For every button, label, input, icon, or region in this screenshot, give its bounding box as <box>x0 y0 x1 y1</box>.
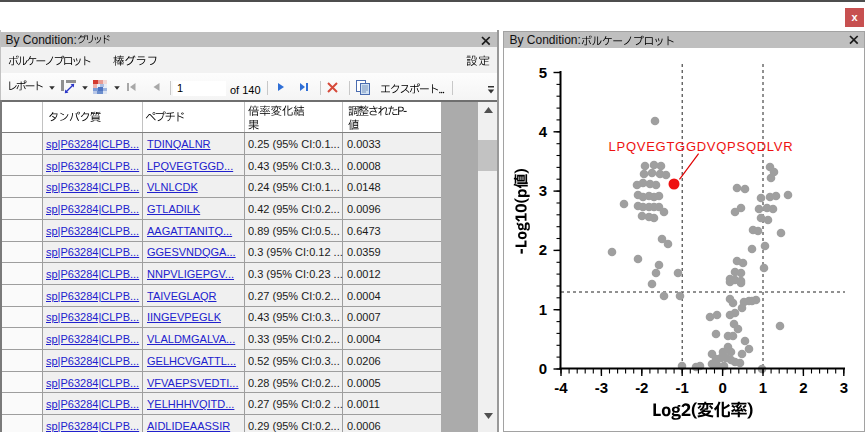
svg-text:3: 3 <box>539 182 547 199</box>
svg-text:0: 0 <box>718 379 726 396</box>
svg-text:0: 0 <box>539 360 547 377</box>
svg-text:-4: -4 <box>554 379 568 396</box>
svg-text:2: 2 <box>799 379 807 396</box>
svg-text:1: 1 <box>539 301 547 318</box>
svg-text:-3: -3 <box>595 379 608 396</box>
svg-text:LPQVEGTGGDVQPSQDLVR: LPQVEGTGGDVQPSQDLVR <box>609 139 793 154</box>
svg-text:-1: -1 <box>676 379 689 396</box>
svg-text:5: 5 <box>539 64 547 81</box>
svg-text:-2: -2 <box>635 379 648 396</box>
svg-text:4: 4 <box>539 123 548 140</box>
svg-text:2: 2 <box>539 241 547 258</box>
svg-text:3: 3 <box>840 379 848 396</box>
svg-text:1: 1 <box>759 379 767 396</box>
